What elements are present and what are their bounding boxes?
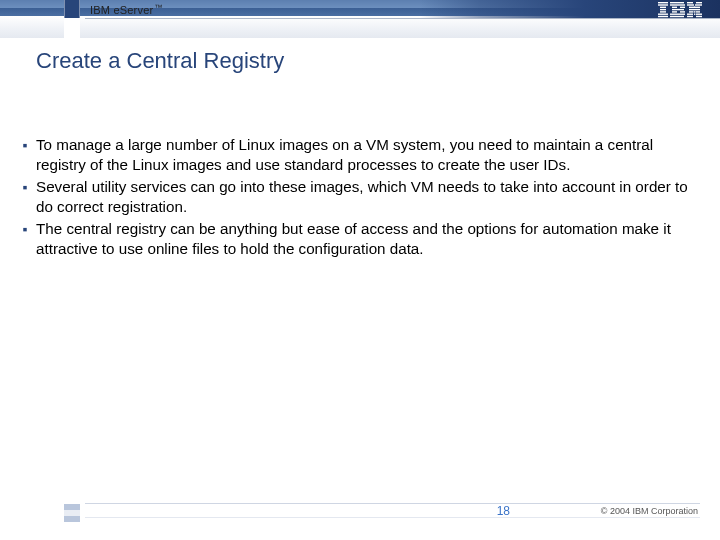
- svg-rect-16: [687, 2, 693, 3]
- copyright-text: © 2004 IBM Corporation: [601, 506, 698, 516]
- svg-rect-27: [694, 14, 695, 15]
- ibm-logo-icon: [658, 2, 702, 22]
- svg-rect-6: [658, 16, 668, 17]
- bullet-item: ▪ Several utility services can go into t…: [20, 177, 692, 217]
- svg-rect-22: [689, 9, 700, 10]
- svg-rect-9: [672, 7, 677, 8]
- bullet-marker-icon: ▪: [20, 177, 30, 197]
- svg-rect-0: [658, 2, 668, 3]
- brand-prefix: IBM e: [90, 4, 120, 16]
- bullet-marker-icon: ▪: [20, 135, 30, 155]
- svg-rect-12: [672, 11, 677, 12]
- bullet-text: Several utility services can go into the…: [36, 177, 692, 217]
- svg-rect-3: [660, 9, 666, 10]
- slide-footer: 18 © 2004 IBM Corporation: [0, 498, 720, 528]
- svg-rect-15: [670, 16, 684, 17]
- svg-rect-19: [695, 4, 702, 5]
- svg-rect-5: [658, 14, 668, 15]
- svg-rect-11: [672, 9, 684, 10]
- trademark-symbol: ™: [154, 3, 162, 12]
- bullet-item: ▪ The central registry can be anything b…: [20, 219, 692, 259]
- brand-suffix: Server: [120, 4, 154, 16]
- page-number: 18: [497, 504, 510, 518]
- svg-rect-23: [689, 11, 693, 12]
- header-accent-bar: [64, 0, 80, 38]
- bullet-item: ▪ To manage a large number of Linux imag…: [20, 135, 692, 175]
- svg-rect-1: [658, 4, 668, 5]
- svg-rect-29: [687, 16, 693, 17]
- bullet-text: To manage a large number of Linux images…: [36, 135, 692, 175]
- footer-accent-bar: [64, 504, 80, 522]
- footer-divider-bottom: [85, 517, 700, 518]
- svg-rect-13: [680, 11, 685, 12]
- footer-divider-top: [85, 503, 700, 504]
- slide-body: ▪ To manage a large number of Linux imag…: [20, 135, 692, 261]
- svg-rect-25: [696, 11, 700, 12]
- svg-rect-21: [694, 7, 700, 8]
- svg-rect-10: [680, 7, 685, 8]
- svg-rect-14: [670, 14, 685, 15]
- svg-rect-30: [696, 16, 702, 17]
- svg-rect-26: [687, 14, 693, 15]
- svg-rect-28: [696, 14, 702, 15]
- svg-rect-7: [670, 2, 684, 3]
- header-divider: [85, 18, 720, 19]
- svg-rect-24: [694, 11, 696, 12]
- svg-rect-17: [696, 2, 702, 3]
- svg-rect-18: [687, 4, 694, 5]
- bullet-text: The central registry can be anything but…: [36, 219, 692, 259]
- svg-rect-4: [660, 11, 666, 12]
- brand-text: IBM eServer™: [90, 4, 162, 16]
- svg-rect-8: [670, 4, 685, 5]
- bullet-marker-icon: ▪: [20, 219, 30, 239]
- slide: IBM eServer™: [0, 0, 720, 540]
- svg-rect-2: [660, 7, 666, 8]
- slide-header: IBM eServer™: [0, 0, 720, 38]
- slide-title: Create a Central Registry: [36, 48, 284, 74]
